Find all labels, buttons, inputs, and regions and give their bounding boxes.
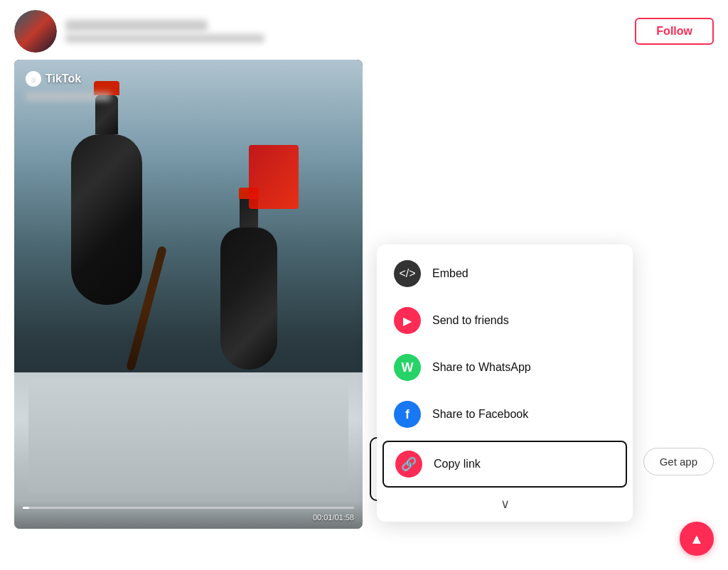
avatar[interactable] — [14, 10, 57, 53]
header: Follow — [0, 0, 728, 60]
video-player[interactable]: ♪ TikTok 00:01/01:58 — [14, 60, 363, 529]
share-send-friends-item[interactable]: ▶ Send to friends — [377, 297, 633, 344]
copy-link-icon: 🔗 — [395, 451, 422, 478]
copy-link-icon-symbol: 🔗 — [401, 456, 417, 472]
coke-label — [249, 145, 299, 209]
share-whatsapp-item[interactable]: W Share to WhatsApp — [377, 344, 633, 391]
whatsapp-icon: W — [394, 354, 421, 381]
facebook-label: Share to Facebook — [432, 408, 528, 421]
embed-icon: </> — [394, 260, 421, 287]
tiktok-icon-inner: ♪ — [26, 71, 41, 87]
content-area: ♪ TikTok 00:01/01:58 </> Embed ▶ Send to… — [0, 60, 728, 529]
embed-icon-symbol: </> — [399, 267, 415, 280]
time-display: 00:01/01:58 — [23, 513, 354, 522]
tiktok-icon: ♪ — [26, 71, 41, 87]
share-dropdown: </> Embed ▶ Send to friends W Share to W… — [377, 244, 633, 522]
facebook-icon: f — [394, 401, 421, 428]
video-username-blur — [26, 92, 111, 101]
tiktok-label: TikTok — [46, 72, 81, 85]
video-controls: 00:01/01:58 — [14, 501, 363, 529]
toilet-tank — [28, 380, 348, 493]
send-friends-icon: ▶ — [394, 307, 421, 334]
progress-bar[interactable] — [23, 507, 354, 509]
header-left — [14, 10, 264, 53]
facebook-icon-symbol: f — [405, 407, 410, 422]
send-friends-icon-symbol: ▶ — [403, 314, 412, 328]
user-desc-blur — [65, 34, 264, 43]
tiktok-logo: ♪ TikTok — [26, 71, 81, 87]
get-app-button[interactable]: Get app — [643, 448, 714, 475]
whatsapp-icon-symbol: W — [402, 360, 414, 375]
embed-label: Embed — [432, 267, 469, 280]
share-facebook-item[interactable]: f Share to Facebook — [377, 391, 633, 438]
share-embed-item[interactable]: </> Embed — [377, 250, 633, 297]
share-copy-link-item[interactable]: 🔗 Copy link — [382, 441, 627, 488]
tiktok-note-icon: ♪ — [31, 74, 36, 84]
send-friends-label: Send to friends — [432, 314, 509, 327]
whatsapp-label: Share to WhatsApp — [432, 361, 531, 374]
username-blur — [65, 20, 208, 31]
fab-icon: ▲ — [690, 531, 704, 547]
bottle-right — [220, 188, 277, 370]
fab-button[interactable]: ▲ — [680, 522, 714, 556]
follow-button[interactable]: Follow — [635, 18, 714, 45]
progress-fill — [23, 507, 29, 509]
bottle-left — [71, 81, 142, 305]
chevron-down-icon[interactable]: ∨ — [377, 490, 633, 516]
user-info — [65, 20, 264, 43]
copy-link-label: Copy link — [434, 458, 481, 470]
